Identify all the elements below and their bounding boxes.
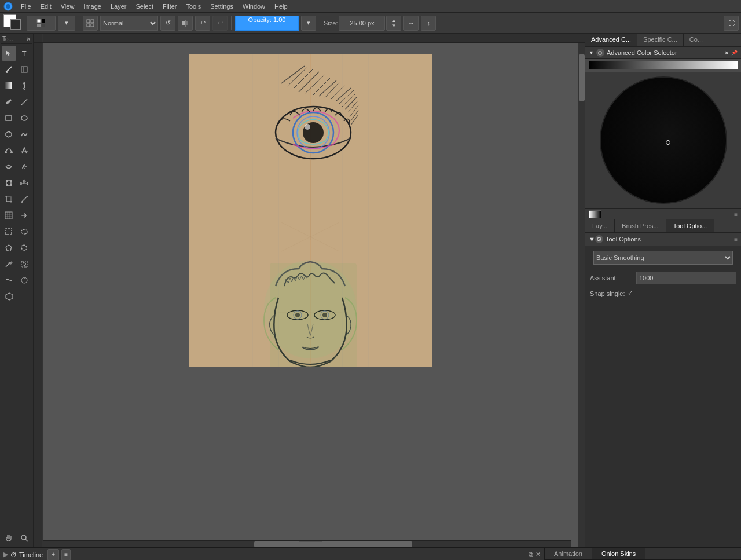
- tl-float-btn[interactable]: ⧉: [529, 551, 533, 558]
- fullscreen-btn[interactable]: ⛶: [724, 16, 739, 31]
- deform-tool[interactable]: [2, 273, 16, 288]
- hscroll-thumb[interactable]: [254, 541, 413, 547]
- reset-btn[interactable]: ↺: [160, 16, 175, 31]
- size-spin-btn[interactable]: ▲▼: [386, 16, 401, 31]
- transform-tool[interactable]: [2, 175, 16, 191]
- smart-patch-tool[interactable]: [17, 273, 32, 288]
- blend-mode-select[interactable]: Normal: [100, 16, 158, 31]
- cursor-tool[interactable]: [2, 46, 16, 61]
- text-tool[interactable]: T: [17, 46, 32, 61]
- tab-co[interactable]: Co...: [684, 34, 709, 46]
- menu-filter[interactable]: Filter: [158, 2, 181, 11]
- canvas-viewport[interactable]: [43, 43, 578, 547]
- similar-select-tool[interactable]: [17, 257, 32, 272]
- freehand-tool[interactable]: [17, 127, 32, 142]
- tab-advanced-color[interactable]: Advanced C...: [585, 34, 637, 46]
- tl-settings-btn[interactable]: ≡: [61, 549, 71, 561]
- magic-wand-tool[interactable]: [2, 257, 16, 272]
- menu-edit[interactable]: Edit: [36, 2, 56, 11]
- background-color[interactable]: [10, 19, 21, 30]
- assistant-tool[interactable]: [17, 208, 32, 223]
- move-tool[interactable]: [17, 175, 32, 191]
- grid-btn[interactable]: [83, 16, 98, 31]
- menu-settings[interactable]: Settings: [206, 2, 238, 11]
- undo-btn[interactable]: ↩: [195, 16, 210, 31]
- warp-tool[interactable]: [2, 159, 16, 174]
- app-icon: [2, 1, 14, 12]
- color-wheel-selector[interactable]: [666, 140, 670, 145]
- rect-select-tool[interactable]: [2, 224, 16, 239]
- svg-rect-37: [6, 184, 8, 186]
- rect-tool[interactable]: [2, 111, 16, 126]
- zoom-tool[interactable]: [17, 530, 32, 546]
- eyedropper-tool[interactable]: [17, 78, 32, 93]
- assistant-input[interactable]: [636, 272, 736, 284]
- opacity-up-btn[interactable]: ▾: [301, 16, 316, 31]
- svg-point-26: [10, 151, 13, 153]
- polygon-tool[interactable]: [2, 127, 16, 142]
- size-field[interactable]: 25.00 px: [339, 16, 385, 31]
- toolbox-close[interactable]: ✕: [26, 36, 31, 42]
- tab-brush-presets[interactable]: Brush Pres...: [615, 219, 666, 232]
- color-wheel[interactable]: [600, 76, 727, 204]
- menu-select[interactable]: Select: [131, 2, 158, 11]
- hand-tool[interactable]: [2, 530, 16, 546]
- menu-image[interactable]: Image: [79, 2, 106, 11]
- tab-layers[interactable]: Lay...: [585, 219, 615, 232]
- pencil-tool[interactable]: [17, 62, 32, 77]
- multibrush-tool[interactable]: [17, 143, 32, 158]
- color-gradient-bar[interactable]: [589, 61, 738, 69]
- ellipse-select-tool[interactable]: [17, 224, 32, 239]
- canvas-scrollbar[interactable]: [578, 43, 585, 547]
- line-tool[interactable]: [17, 94, 32, 109]
- tool-options-settings[interactable]: ≡: [734, 236, 738, 243]
- tl-close-btn[interactable]: ✕: [535, 551, 541, 558]
- menu-layer[interactable]: Layer: [106, 2, 131, 11]
- smoothing-select[interactable]: Basic Smoothing No Smoothing Weighted Sm…: [593, 251, 733, 265]
- tool-row-transform: [1, 175, 32, 191]
- measure-tool[interactable]: [17, 192, 32, 207]
- ellipse-tool[interactable]: [17, 111, 32, 126]
- canvas-scroll-thumb[interactable]: [579, 54, 585, 101]
- color-settings-icon[interactable]: ≡: [734, 211, 738, 218]
- cage-transform-tool[interactable]: [2, 289, 17, 304]
- svg-rect-17: [5, 82, 12, 89]
- tool-options-collapse[interactable]: ▼: [589, 236, 595, 243]
- spray-tool[interactable]: [17, 159, 32, 174]
- menu-window[interactable]: Window: [238, 2, 270, 11]
- menu-tools[interactable]: Tools: [182, 2, 206, 11]
- brush-presets-btn[interactable]: [27, 16, 56, 31]
- path-tool[interactable]: [2, 143, 16, 158]
- brush-tool[interactable]: [2, 94, 16, 109]
- opacity-field[interactable]: Opacity: 1.00: [235, 16, 299, 31]
- gradient-preview[interactable]: [589, 210, 601, 218]
- timeline-collapse[interactable]: ▶: [3, 551, 8, 558]
- undo2-btn[interactable]: ↩: [212, 16, 228, 31]
- tab-onion-skins[interactable]: Onion Skins: [592, 548, 645, 559]
- tab-specific-color[interactable]: Specific C...: [637, 34, 684, 46]
- calligraphy-tool[interactable]: [2, 62, 16, 77]
- brush-selector-btn[interactable]: ▾: [58, 16, 75, 31]
- grid-vis-tool[interactable]: [2, 208, 16, 223]
- svg-rect-8: [87, 24, 90, 27]
- poly-select-tool[interactable]: [2, 240, 16, 255]
- crop-tool[interactable]: [2, 192, 16, 207]
- pin-icon[interactable]: 📌: [731, 50, 738, 56]
- menu-file[interactable]: File: [16, 2, 36, 11]
- svg-line-38: [21, 196, 27, 202]
- flip-h-btn[interactable]: ↔: [403, 16, 419, 31]
- smoothing-row: Basic Smoothing No Smoothing Weighted Sm…: [585, 246, 741, 269]
- collapse-arrow[interactable]: ▼: [589, 50, 594, 56]
- tab-animation[interactable]: Animation: [545, 548, 592, 559]
- gradient-tool[interactable]: [2, 78, 16, 93]
- freehand-select-tool[interactable]: [17, 240, 32, 255]
- color-panel-close[interactable]: ✕: [724, 50, 729, 56]
- tab-tool-options[interactable]: Tool Optio...: [666, 219, 715, 232]
- panel-resize-handle[interactable]: [299, 539, 322, 541]
- mirror-h-btn[interactable]: [178, 16, 193, 31]
- flip-v-btn[interactable]: ↕: [421, 16, 436, 31]
- tl-add-layer-btn[interactable]: +: [47, 549, 59, 561]
- menu-view[interactable]: View: [56, 2, 79, 11]
- canvas-area[interactable]: [34, 34, 585, 547]
- menu-help[interactable]: Help: [270, 2, 292, 11]
